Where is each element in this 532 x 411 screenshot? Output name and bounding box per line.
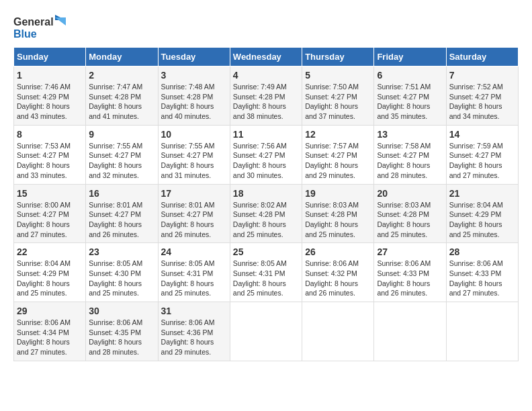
cell-text: Sunrise: 7:58 AM	[377, 141, 443, 151]
cell-text: Sunset: 4:28 PM	[89, 92, 154, 102]
day-number: 4	[233, 70, 299, 81]
cell-text: Sunrise: 8:05 AM	[89, 259, 154, 269]
calendar-cell: 20Sunrise: 8:03 AMSunset: 4:28 PMDayligh…	[374, 184, 446, 243]
cell-text: Daylight: 8 hours	[377, 220, 443, 230]
day-number: 24	[161, 246, 227, 257]
cell-text: Daylight: 8 hours	[17, 161, 83, 171]
calendar-cell: 27Sunrise: 8:06 AMSunset: 4:33 PMDayligh…	[374, 243, 446, 302]
day-number: 15	[17, 188, 83, 199]
cell-text: Sunset: 4:27 PM	[17, 150, 83, 161]
cell-text: Daylight: 8 hours	[17, 337, 83, 347]
cell-text: and 38 minutes.	[233, 111, 299, 122]
calendar-cell: 22Sunrise: 8:04 AMSunset: 4:29 PMDayligh…	[14, 243, 86, 302]
cell-text: Sunrise: 7:59 AM	[449, 141, 515, 151]
calendar-cell: 18Sunrise: 8:02 AMSunset: 4:28 PMDayligh…	[230, 184, 302, 243]
cell-text: and 28 minutes.	[377, 171, 443, 181]
cell-text: Sunset: 4:27 PM	[305, 150, 371, 161]
cell-text: Sunrise: 8:01 AM	[89, 200, 154, 210]
calendar-cell: 31Sunrise: 8:06 AMSunset: 4:36 PMDayligh…	[158, 302, 230, 361]
cell-text: and 43 minutes.	[17, 111, 83, 122]
cell-text: Sunset: 4:29 PM	[17, 92, 83, 102]
cell-text: Sunrise: 7:50 AM	[305, 82, 371, 92]
cell-text: and 30 minutes.	[233, 171, 299, 181]
cell-text: Daylight: 8 hours	[233, 101, 299, 111]
cell-text: and 37 minutes.	[305, 111, 371, 122]
cell-text: Daylight: 8 hours	[233, 279, 299, 289]
day-number: 19	[305, 188, 371, 199]
cell-text: Sunrise: 8:03 AM	[377, 200, 443, 210]
cell-text: and 31 minutes.	[161, 171, 227, 181]
calendar-week-row: 29Sunrise: 8:06 AMSunset: 4:34 PMDayligh…	[14, 302, 519, 361]
cell-text: Daylight: 8 hours	[377, 101, 443, 111]
cell-text: and 25 minutes.	[233, 288, 299, 298]
cell-text: Sunrise: 8:04 AM	[17, 259, 83, 269]
cell-text: Daylight: 8 hours	[449, 279, 515, 289]
day-number: 31	[161, 306, 227, 316]
cell-text: and 41 minutes.	[89, 111, 154, 122]
cell-text: Daylight: 8 hours	[17, 220, 83, 230]
cell-text: Daylight: 8 hours	[305, 279, 371, 289]
day-number: 9	[89, 129, 154, 140]
cell-text: and 27 minutes.	[17, 347, 83, 357]
calendar-cell: 6Sunrise: 7:51 AMSunset: 4:27 PMDaylight…	[374, 66, 446, 126]
calendar-cell: 26Sunrise: 8:06 AMSunset: 4:32 PMDayligh…	[302, 243, 374, 302]
cell-text: Daylight: 8 hours	[233, 220, 299, 230]
cell-text: Sunset: 4:27 PM	[89, 150, 154, 161]
calendar-cell: 1Sunrise: 7:46 AMSunset: 4:29 PMDaylight…	[14, 66, 86, 126]
day-number: 12	[305, 129, 371, 140]
cell-text: Daylight: 8 hours	[89, 220, 154, 230]
calendar-cell: 5Sunrise: 7:50 AMSunset: 4:27 PMDaylight…	[302, 66, 374, 126]
cell-text: Daylight: 8 hours	[89, 161, 154, 171]
cell-text: Sunset: 4:27 PM	[233, 150, 299, 161]
cell-text: Sunrise: 8:06 AM	[161, 318, 227, 328]
day-number: 10	[161, 129, 227, 140]
cell-text: Sunrise: 8:05 AM	[233, 259, 299, 269]
cell-text: Sunrise: 8:02 AM	[233, 200, 299, 210]
cell-text: Sunrise: 7:56 AM	[233, 141, 299, 151]
cell-text: and 34 minutes.	[449, 111, 515, 122]
cell-text: Sunrise: 8:06 AM	[449, 259, 515, 269]
cell-text: Daylight: 8 hours	[161, 337, 227, 347]
calendar-cell: 28Sunrise: 8:06 AMSunset: 4:33 PMDayligh…	[446, 243, 518, 302]
cell-text: Sunset: 4:28 PM	[377, 210, 443, 220]
calendar-week-row: 22Sunrise: 8:04 AMSunset: 4:29 PMDayligh…	[14, 243, 519, 302]
day-number: 6	[377, 70, 443, 81]
cell-text: Daylight: 8 hours	[449, 101, 515, 111]
calendar-cell: 19Sunrise: 8:03 AMSunset: 4:28 PMDayligh…	[302, 184, 374, 243]
cell-text: Sunrise: 8:03 AM	[305, 200, 371, 210]
calendar-cell: 30Sunrise: 8:06 AMSunset: 4:35 PMDayligh…	[86, 302, 158, 361]
cell-text: Sunset: 4:27 PM	[161, 150, 227, 161]
day-number: 7	[449, 70, 515, 81]
cell-text: Daylight: 8 hours	[449, 220, 515, 230]
cell-text: Daylight: 8 hours	[305, 101, 371, 111]
calendar-cell: 14Sunrise: 7:59 AMSunset: 4:27 PMDayligh…	[446, 125, 518, 184]
cell-text: Sunrise: 7:52 AM	[449, 82, 515, 92]
cell-text: Sunrise: 8:06 AM	[89, 318, 154, 328]
weekday-header-tuesday: Tuesday	[158, 48, 230, 66]
cell-text: Sunrise: 7:49 AM	[233, 82, 299, 92]
day-number: 3	[161, 70, 227, 81]
cell-text: and 28 minutes.	[89, 347, 154, 357]
cell-text: Daylight: 8 hours	[161, 220, 227, 230]
cell-text: Sunset: 4:27 PM	[377, 150, 443, 161]
cell-text: Daylight: 8 hours	[161, 279, 227, 289]
cell-text: Sunset: 4:29 PM	[17, 269, 83, 279]
cell-text: Daylight: 8 hours	[161, 101, 227, 111]
cell-text: Sunset: 4:33 PM	[377, 269, 443, 279]
weekday-header-sunday: Sunday	[14, 48, 86, 66]
cell-text: and 25 minutes.	[17, 288, 83, 298]
cell-text: Sunset: 4:28 PM	[305, 210, 371, 220]
calendar-cell: 11Sunrise: 7:56 AMSunset: 4:27 PMDayligh…	[230, 125, 302, 184]
day-number: 20	[377, 188, 443, 199]
cell-text: Sunrise: 7:55 AM	[89, 141, 154, 151]
cell-text: and 27 minutes.	[449, 288, 515, 298]
cell-text: Sunset: 4:36 PM	[161, 328, 227, 338]
cell-text: and 26 minutes.	[161, 230, 227, 240]
cell-text: and 29 minutes.	[305, 171, 371, 181]
cell-text: Sunset: 4:31 PM	[233, 269, 299, 279]
cell-text: Sunrise: 7:51 AM	[377, 82, 443, 92]
svg-text:General: General	[13, 16, 54, 28]
calendar-cell: 24Sunrise: 8:05 AMSunset: 4:31 PMDayligh…	[158, 243, 230, 302]
logo: GeneralBlue	[13, 13, 67, 40]
cell-text: Daylight: 8 hours	[377, 161, 443, 171]
